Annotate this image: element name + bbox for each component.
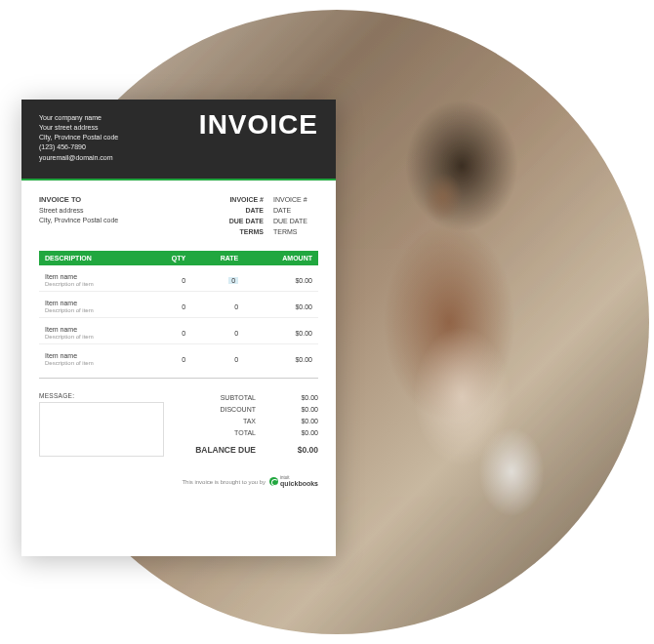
item-qty: 0 — [145, 344, 191, 379]
invoice-card: Your company name Your street address Ci… — [21, 100, 336, 556]
company-city: City, Province Postal code — [39, 133, 118, 142]
bill-to-street: Street address — [39, 206, 118, 217]
tax-value: $0.00 — [279, 416, 318, 427]
total-label: TOTAL — [201, 427, 256, 439]
item-rate: 0 — [191, 292, 244, 318]
message-block: MESSAGE: — [39, 392, 164, 457]
tax-label: TAX — [201, 416, 256, 427]
invoice-header: Your company name Your street address Ci… — [21, 100, 336, 181]
balance-label: BALANCE DUE — [178, 443, 256, 457]
meta-label: TERMS — [217, 226, 264, 237]
item-desc: Description of item — [45, 360, 140, 366]
meta-label: INVOICE # — [217, 194, 264, 205]
col-qty: QTY — [145, 251, 191, 265]
company-name: Your company name — [39, 113, 118, 123]
invoice-footer: This invoice is brought to you by intuit… — [21, 476, 336, 499]
item-qty: 0 — [145, 292, 191, 318]
total-value: $0.00 — [279, 427, 318, 439]
quickbooks-logo: intuit quickbooks — [269, 476, 318, 487]
col-rate: RATE — [191, 251, 244, 265]
item-qty: 0 — [145, 318, 191, 344]
table-header-row: DESCRIPTION QTY RATE AMOUNT — [39, 251, 318, 265]
item-qty: 0 — [145, 265, 191, 292]
item-amount: $0.00 — [244, 344, 318, 379]
bill-to-title: INVOICE TO — [39, 194, 118, 205]
item-rate: 0 — [191, 344, 244, 379]
table-row: Item nameDescription of item 0 0 $0.00 — [39, 292, 318, 318]
invoice-bottom: MESSAGE: SUBTOTAL$0.00 DISCOUNT$0.00 TAX… — [39, 392, 318, 457]
invoice-fields: INVOICE #INVOICE # DATEDATE DUE DATEDUE … — [217, 194, 318, 238]
subtotal-value: $0.00 — [279, 392, 318, 404]
col-amount: AMOUNT — [244, 251, 318, 265]
item-amount: $0.00 — [244, 318, 318, 344]
item-name: Item name — [45, 352, 140, 359]
item-name: Item name — [45, 273, 140, 280]
bill-to-city: City, Province Postal code — [39, 216, 118, 226]
item-rate: 0 — [191, 318, 244, 344]
message-box[interactable] — [39, 402, 164, 457]
invoice-body: INVOICE TO Street address City, Province… — [21, 181, 336, 467]
item-name: Item name — [45, 300, 140, 306]
company-phone: (123) 456-7890 — [39, 142, 118, 152]
col-description: DESCRIPTION — [39, 251, 145, 265]
meta-label: DUE DATE — [217, 216, 264, 226]
invoice-title: INVOICE — [199, 109, 318, 141]
meta-label: DATE — [217, 205, 264, 216]
company-block: Your company name Your street address Ci… — [39, 113, 118, 163]
meta-value: INVOICE # — [273, 194, 318, 205]
discount-label: DISCOUNT — [201, 404, 256, 416]
meta-value: TERMS — [273, 226, 318, 237]
balance-value: $0.00 — [279, 443, 318, 457]
company-email: youremail@domain.com — [39, 153, 118, 163]
brand-name: quickbooks — [280, 480, 318, 487]
item-desc: Description of item — [45, 334, 140, 340]
bill-to-block: INVOICE TO Street address City, Province… — [39, 194, 118, 238]
item-rate: 0 — [191, 265, 244, 292]
table-row: Item nameDescription of item 0 0 $0.00 — [39, 318, 318, 344]
discount-value: $0.00 — [279, 404, 318, 416]
item-amount: $0.00 — [244, 292, 318, 318]
item-amount: $0.00 — [244, 265, 318, 292]
item-desc: Description of item — [45, 307, 140, 313]
line-items-table: DESCRIPTION QTY RATE AMOUNT Item nameDes… — [39, 251, 318, 379]
footer-text: This invoice is brought to you by — [182, 479, 266, 485]
quickbooks-icon — [269, 477, 278, 486]
item-desc: Description of item — [45, 281, 140, 287]
totals-block: SUBTOTAL$0.00 DISCOUNT$0.00 TAX$0.00 TOT… — [178, 392, 318, 457]
message-label: MESSAGE: — [39, 392, 164, 399]
meta-value: DUE DATE — [273, 216, 318, 226]
meta-value: DATE — [273, 205, 318, 216]
company-street: Your street address — [39, 123, 118, 133]
item-name: Item name — [45, 326, 140, 333]
subtotal-label: SUBTOTAL — [201, 392, 256, 404]
table-row: Item nameDescription of item 0 0 $0.00 — [39, 344, 318, 379]
table-row: Item nameDescription of item 0 0 $0.00 — [39, 265, 318, 292]
invoice-meta-row: INVOICE TO Street address City, Province… — [39, 194, 318, 238]
